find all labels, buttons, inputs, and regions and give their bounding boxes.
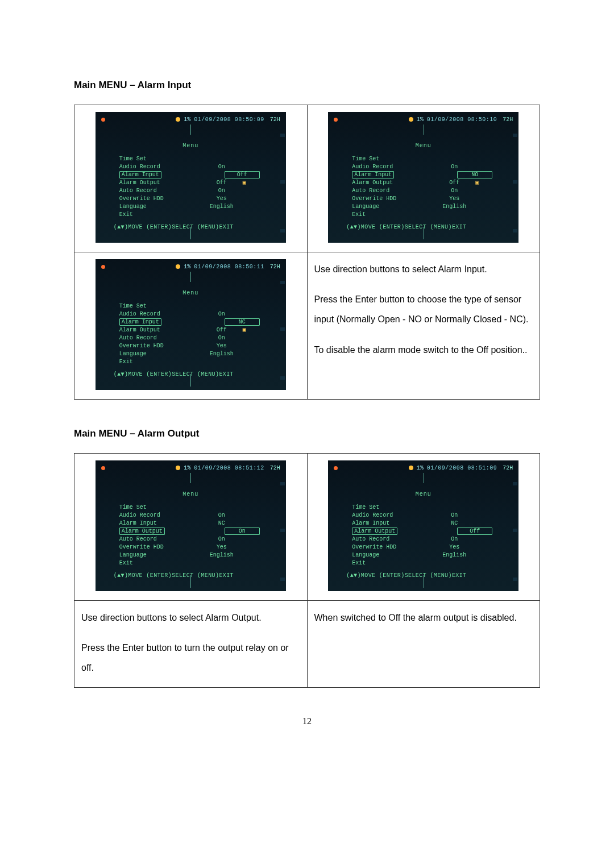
hdd-percent: 1%: [417, 465, 424, 471]
menu-item-auto-record[interactable]: Auto Record: [119, 188, 205, 194]
hours-remaining: 72H: [270, 117, 280, 123]
nav-hint: (▲▼)MOVE (ENTER)SELECT (MENU)EXIT: [114, 371, 280, 377]
tape-icon: ▣: [239, 326, 250, 333]
status-icon: [176, 264, 180, 269]
nav-hint: (▲▼)MOVE (ENTER)SELECT (MENU)EXIT: [346, 224, 513, 230]
section-title: Main MENU – Alarm Output: [74, 428, 540, 439]
record-icon: [101, 265, 105, 269]
status-icon: [176, 117, 180, 122]
dvr-screenshot-input-no: 1% 01/09/2008 08:50:10 72H Menu Time Set…: [328, 112, 518, 243]
menu-item-alarm-input[interactable]: Alarm Input: [352, 171, 394, 178]
menu-item-alarm-output[interactable]: Alarm Output: [352, 528, 397, 535]
menu-item-language[interactable]: Language: [119, 351, 205, 357]
menu-item-overwrite-hdd[interactable]: Overwrite HDD: [119, 196, 205, 202]
menu-item-auto-record[interactable]: Auto Record: [352, 536, 437, 542]
status-icon: [409, 466, 413, 470]
timestamp: 01/09/2008 08:50:09: [194, 117, 264, 123]
menu-item-alarm-output[interactable]: Alarm Output: [119, 528, 165, 535]
menu-item-language[interactable]: Language: [119, 203, 205, 210]
record-icon: [334, 466, 338, 470]
instruction-line: Use direction buttons to select Alarm Ou…: [81, 608, 300, 628]
hours-remaining: 72H: [503, 117, 513, 123]
dvr-screenshot-input-off: 1% 01/09/2008 08:50:09 72H Menu Time Set…: [96, 112, 286, 243]
menu-header: Menu: [101, 143, 280, 149]
nav-hint: (▲▼)MOVE (ENTER)SELECT (MENU)EXIT: [114, 572, 280, 579]
alarm-output-value[interactable]: Off: [457, 528, 492, 535]
hours-remaining: 72H: [270, 465, 280, 471]
menu-item-alarm-input[interactable]: Alarm Input: [352, 520, 437, 526]
menu-item-exit[interactable]: Exit: [119, 359, 205, 365]
section-title: Main MENU – Alarm Input: [74, 80, 540, 91]
menu-item-alarm-output[interactable]: Alarm Output: [352, 180, 437, 186]
timestamp: 01/09/2008 08:51:09: [427, 465, 497, 471]
menu-item-time-set[interactable]: Time Set: [119, 156, 205, 162]
record-icon: [334, 118, 338, 122]
timestamp: 01/09/2008 08:50:11: [194, 264, 264, 270]
record-icon: [101, 118, 105, 122]
menu-item-audio-record[interactable]: Audio Record: [119, 311, 205, 317]
menu-item-alarm-input[interactable]: Alarm Input: [119, 171, 161, 178]
menu-header: Menu: [334, 491, 513, 497]
instruction-line: To disable the alarm mode switch to the …: [314, 340, 533, 360]
instruction-line: When switched to Off the alarm output is…: [314, 608, 533, 628]
alarm-output-instructions-right: When switched to Off the alarm output is…: [307, 601, 540, 688]
menu-item-auto-record[interactable]: Auto Record: [352, 188, 437, 194]
alarm-input-table: 1% 01/09/2008 08:50:09 72H Menu Time Set…: [74, 105, 540, 400]
alarm-input-value[interactable]: NC: [225, 318, 260, 326]
hdd-percent: 1%: [417, 117, 424, 123]
menu-item-audio-record[interactable]: Audio Record: [119, 164, 205, 170]
hdd-percent: 1%: [184, 465, 190, 471]
tape-icon: ▣: [239, 179, 250, 186]
status-icon: [176, 466, 180, 470]
dvr-screenshot-input-nc: 1% 01/09/2008 08:50:11 72H Menu Time Set…: [96, 259, 286, 390]
hdd-percent: 1%: [184, 264, 190, 270]
menu-header: Menu: [334, 143, 513, 149]
menu-item-language[interactable]: Language: [352, 552, 437, 558]
menu-item-overwrite-hdd[interactable]: Overwrite HDD: [352, 544, 437, 550]
hdd-percent: 1%: [184, 117, 190, 123]
menu-item-alarm-input[interactable]: Alarm Input: [119, 520, 205, 526]
menu-item-alarm-input[interactable]: Alarm Input: [119, 318, 161, 326]
menu-item-auto-record[interactable]: Auto Record: [119, 536, 205, 542]
menu-item-language[interactable]: Language: [119, 552, 205, 558]
menu-item-audio-record[interactable]: Audio Record: [352, 512, 437, 518]
alarm-output-table: 1% 01/09/2008 08:51:12 72H Menu Time Set…: [74, 453, 540, 688]
nav-hint: (▲▼)MOVE (ENTER)SELECT (MENU)EXIT: [114, 224, 280, 230]
menu-item-alarm-output[interactable]: Alarm Output: [119, 180, 205, 186]
page-number: 12: [74, 716, 540, 726]
menu-item-overwrite-hdd[interactable]: Overwrite HDD: [352, 196, 437, 202]
alarm-input-value[interactable]: NO: [457, 171, 492, 178]
instruction-line: Use direction buttons to select Alarm In…: [314, 259, 533, 279]
instruction-line: Press the Enter button to choose the typ…: [314, 289, 533, 329]
instruction-line: Press the Enter button to turn the outpu…: [81, 638, 300, 678]
menu-header: Menu: [101, 491, 280, 497]
status-icon: [409, 117, 413, 122]
hours-remaining: 72H: [270, 264, 280, 270]
timestamp: 01/09/2008 08:51:12: [194, 465, 264, 471]
alarm-input-instructions: Use direction buttons to select Alarm In…: [307, 252, 540, 400]
alarm-input-value[interactable]: Off: [225, 171, 260, 178]
menu-item-time-set[interactable]: Time Set: [119, 504, 205, 510]
menu-item-audio-record[interactable]: Audio Record: [352, 164, 437, 170]
dvr-screenshot-output-off: 1% 01/09/2008 08:51:09 72H Menu Time Set…: [328, 460, 518, 591]
menu-item-overwrite-hdd[interactable]: Overwrite HDD: [119, 544, 205, 550]
menu-item-exit[interactable]: Exit: [119, 560, 205, 566]
menu-item-auto-record[interactable]: Auto Record: [119, 335, 205, 341]
menu-item-exit[interactable]: Exit: [352, 211, 437, 218]
menu-item-time-set[interactable]: Time Set: [119, 303, 205, 309]
hours-remaining: 72H: [503, 465, 513, 471]
menu-item-overwrite-hdd[interactable]: Overwrite HDD: [119, 343, 205, 349]
menu-item-time-set[interactable]: Time Set: [352, 156, 437, 162]
menu-item-exit[interactable]: Exit: [119, 211, 205, 218]
menu-item-alarm-output[interactable]: Alarm Output: [119, 327, 205, 333]
menu-item-audio-record[interactable]: Audio Record: [119, 512, 205, 518]
menu-item-time-set[interactable]: Time Set: [352, 504, 437, 510]
tape-icon: ▣: [471, 179, 483, 186]
dvr-screenshot-output-on: 1% 01/09/2008 08:51:12 72H Menu Time Set…: [96, 460, 286, 591]
menu-item-language[interactable]: Language: [352, 203, 437, 210]
menu-item-exit[interactable]: Exit: [352, 560, 437, 566]
record-icon: [101, 466, 105, 470]
nav-hint: (▲▼)MOVE (ENTER)SELECT (MENU)EXIT: [346, 572, 513, 579]
timestamp: 01/09/2008 08:50:10: [427, 117, 497, 123]
alarm-output-value[interactable]: On: [225, 528, 260, 535]
